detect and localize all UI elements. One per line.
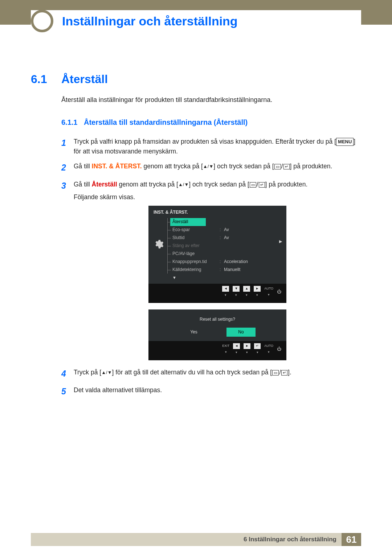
chapter-bullet-icon — [31, 10, 53, 32]
nav-auto: AUTO — [264, 286, 273, 291]
step-text: genom att trycka på [ — [142, 163, 203, 170]
step-text: Tryck på [ — [74, 369, 101, 376]
step-text: ] på produkten. — [265, 181, 308, 188]
osd-item-label: Källdetektering — [172, 266, 220, 273]
steps-list: 1 Tryck på valfri knapp på framsidan av … — [61, 137, 361, 398]
step-1: 1 Tryck på valfri knapp på framsidan av … — [61, 137, 361, 156]
subsection-title: Återställa till standardinställningarna … — [84, 118, 248, 127]
step-number: 3 — [61, 180, 74, 362]
step-number: 2 — [61, 161, 74, 175]
osd-title: INST. & ÅTERST. — [148, 206, 286, 218]
osd-menu-item: Stäng av efter — [172, 242, 275, 250]
nav-down-icon: ▼ — [233, 286, 240, 292]
osd-dialog-nav-bar: EXIT▾ ◄▾ ►▾ ↵▾ AUTO▾ ⏻ — [148, 341, 286, 360]
step-text: ] och tryck sedan på [ — [189, 181, 249, 188]
step-text: Det valda alternativet tillämpas. — [74, 385, 361, 398]
section-number: 6.1 — [31, 73, 61, 86]
section-title: Återställ — [61, 73, 108, 86]
up-down-icon: ▲/▼ — [178, 181, 189, 188]
osd-item-value: Av — [224, 226, 275, 233]
nav-up-icon: ▲ — [243, 286, 250, 292]
dialog-question: Reset all settings? — [148, 316, 286, 323]
osd-item-value: Av — [224, 234, 275, 241]
step-number: 1 — [61, 137, 74, 156]
step-5: 5 Det valda alternativet tillämpas. — [61, 385, 361, 398]
enter-icon: ▭ — [274, 164, 281, 169]
enter-icon: ↵ — [281, 370, 287, 376]
osd-menu-item: Återställ — [170, 218, 206, 226]
step-number: 4 — [61, 368, 74, 381]
nav-right-icon: ► — [244, 343, 250, 349]
down-arrow-icon: ▼ — [172, 274, 286, 281]
page-content: 6.1 Återställ Återställ alla inställning… — [31, 73, 361, 403]
section-intro: Återställ alla inställningar för produkt… — [61, 96, 361, 104]
step-4: 4 Tryck på [▲/▼] för att gå till det alt… — [61, 368, 361, 381]
page-number: 61 — [342, 533, 361, 546]
nav-enter-icon: ↵ — [254, 343, 261, 349]
footer-text: 6 Inställningar och återställning — [31, 533, 342, 546]
step-text: ] på produkten. — [290, 163, 332, 170]
enter-icon: ↵ — [259, 182, 265, 188]
chapter-title: Inställningar och återställning — [62, 14, 238, 28]
osd-item-label: Återställ — [172, 218, 220, 225]
highlight-orange: INST. & ÅTERST. — [92, 163, 142, 170]
osd-item-label: Stäng av efter — [172, 242, 220, 249]
osd-menu-screenshot: INST. & ÅTERST. ÅterställEco-spar:AvSlut… — [148, 206, 286, 303]
osd-item-sep: : — [220, 226, 224, 233]
power-icon: ⏻ — [277, 288, 281, 295]
nav-auto: AUTO — [264, 344, 273, 349]
osd-item-sep: : — [220, 234, 224, 241]
osd-item-label: Sluttid — [172, 234, 220, 241]
nav-left-icon: ◄ — [233, 343, 240, 349]
gear-icon — [154, 239, 164, 249]
power-icon: ⏻ — [277, 346, 281, 353]
nav-left-icon: ◄ — [222, 286, 229, 292]
step-text: Följande skärm visas. — [74, 193, 135, 201]
highlight-red: Återställ — [92, 181, 117, 188]
step-text: ] för att gå till det alternativ du vill… — [112, 369, 272, 376]
osd-item-label: Knappupprepn.tid — [172, 258, 220, 265]
step-text: Gå till — [74, 181, 92, 188]
up-down-icon: ▲/▼ — [101, 369, 112, 376]
osd-nav-bar: ◄▾ ▼▾ ▲▾ ►▾ AUTO▾ ⏻ — [148, 284, 286, 303]
dialog-no-button: No — [226, 328, 256, 337]
page-footer: 6 Inställningar och återställning 61 — [31, 533, 361, 546]
osd-menu-item: Eco-spar:Av — [172, 226, 275, 234]
step-2: 2 Gå till INST. & ÅTERST. genom att tryc… — [61, 161, 361, 175]
osd-item-value: Manuellt — [224, 266, 275, 273]
osd-item-sep: : — [220, 266, 224, 273]
osd-menu-item: Sluttid:Av — [172, 234, 275, 242]
nav-right-icon: ► — [254, 286, 261, 292]
step-text: ]. — [288, 369, 291, 376]
step-3: 3 Gå till Återställ genom att trycka på … — [61, 180, 361, 362]
enter-icon: ▭ — [272, 370, 279, 376]
osd-item-sep: : — [220, 258, 224, 265]
dialog-yes-button: Yes — [179, 328, 208, 337]
osd-menu-item: Knappupprepn.tid:Acceleration — [172, 258, 275, 266]
step-text: genom att trycka på [ — [117, 181, 178, 188]
subsection-number: 6.1.1 — [61, 118, 84, 127]
enter-icon: ▭ — [250, 182, 256, 188]
osd-menu-item: Källdetektering:Manuellt — [172, 266, 275, 274]
section-heading: 6.1 Återställ — [31, 73, 361, 86]
enter-icon: ↵ — [283, 164, 290, 169]
chapter-header: Inställningar och återställning — [31, 10, 361, 32]
osd-item-value: Acceleration — [224, 258, 275, 265]
step-text: ] och tryck sedan på [ — [213, 163, 274, 170]
osd-item-label: PC/AV-läge — [172, 250, 220, 257]
menu-key-icon: MENU — [336, 138, 354, 146]
step-text: Gå till — [74, 163, 92, 170]
step-text: Tryck på valfri knapp på framsidan av pr… — [74, 138, 336, 145]
right-arrow-icon: ▶ — [279, 238, 282, 245]
osd-dialog-screenshot: Reset all settings? Yes No EXIT▾ ◄▾ ►▾ ↵… — [148, 309, 286, 360]
osd-item-label: Eco-spar — [172, 226, 220, 233]
nav-exit: EXIT — [222, 344, 229, 349]
step-number: 5 — [61, 385, 74, 398]
subsection-heading: 6.1.1 Återställa till standardinställnin… — [61, 118, 361, 127]
up-down-icon: ▲/▼ — [203, 163, 213, 170]
osd-menu-item: PC/AV-läge — [172, 250, 275, 258]
